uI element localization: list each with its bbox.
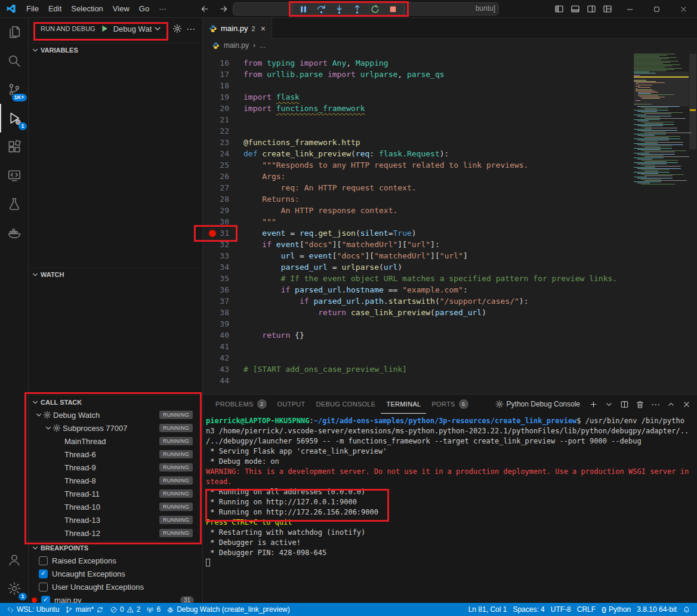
tab-main-py[interactable]: main.py 2 × <box>203 18 272 39</box>
remote-indicator[interactable]: WSL: Ubuntu <box>4 603 62 616</box>
gutter[interactable]: 39 <box>203 318 243 329</box>
close-button[interactable] <box>670 0 697 18</box>
gutter[interactable]: 21 <box>203 114 243 125</box>
activity-search[interactable] <box>0 47 29 75</box>
activity-extensions[interactable] <box>0 133 29 161</box>
tab-close-button[interactable]: × <box>261 24 266 33</box>
gutter[interactable]: 17 <box>203 69 243 80</box>
code-line[interactable]: 18 <box>203 80 697 91</box>
breakpoint-item[interactable]: Uncaught Exceptions <box>29 567 202 580</box>
panel-tab-output[interactable]: OUTPUT <box>272 395 311 414</box>
call-stack-item[interactable]: Thread-13RUNNING <box>29 513 202 526</box>
pause-button[interactable] <box>295 2 312 16</box>
code-editor[interactable]: 16from typing import Any, Mapping17from … <box>203 52 697 394</box>
breadcrumb-more[interactable]: ... <box>260 41 266 50</box>
code-line[interactable]: 29 An HTTP response context. <box>203 205 697 216</box>
code-line[interactable]: 33 url = event["docs"]["matchedUrl"]["ur… <box>203 250 697 261</box>
maximize-panel-button[interactable] <box>667 400 676 409</box>
code-line[interactable]: 19import flask <box>203 91 697 103</box>
split-terminal-button[interactable] <box>620 400 629 409</box>
eol[interactable]: CRLF <box>574 603 599 616</box>
menu-file[interactable]: File <box>21 2 44 16</box>
call-stack-item[interactable]: Debug WatchRUNNING <box>29 408 202 421</box>
maximize-button[interactable] <box>643 0 670 18</box>
gutter[interactable]: 41 <box>203 341 243 352</box>
code-line[interactable]: 30 """ <box>203 216 697 227</box>
gutter[interactable]: 42 <box>203 352 243 364</box>
code-line[interactable]: 28 Returns: <box>203 193 697 205</box>
call-stack-section-header[interactable]: CALL STACK <box>29 395 202 408</box>
forwarded-ports[interactable]: 6 <box>143 603 164 616</box>
breadcrumb-file[interactable]: main.py <box>224 41 249 50</box>
minimize-button[interactable] <box>616 0 643 18</box>
panel-tab-terminal[interactable]: TERMINAL <box>381 395 426 414</box>
code-line[interactable]: 37 if parsed_url.path.startswith("/suppo… <box>203 295 697 307</box>
terminal-output[interactable]: pierrick@LAPTOP-HKU5PNNG:~/git/add-ons-s… <box>206 416 692 600</box>
breakpoint-item[interactable]: User Uncaught Exceptions <box>29 580 202 593</box>
terminal-dropdown-button[interactable] <box>605 400 613 409</box>
code-line[interactable]: 41 <box>203 341 697 352</box>
activity-settings[interactable]: 1 <box>0 574 29 603</box>
code-line[interactable]: 42 <box>203 352 697 364</box>
code-line[interactable]: 44 <box>203 375 697 386</box>
gutter[interactable]: 16 <box>203 57 243 69</box>
menu-view[interactable]: View <box>108 2 134 16</box>
gutter[interactable]: 38 <box>203 307 243 318</box>
activity-accounts[interactable] <box>0 546 29 574</box>
activity-source-control[interactable]: 1K+ <box>0 75 29 104</box>
terminal-process-selector[interactable]: Python Debug Console <box>495 400 580 408</box>
start-debug-button[interactable] <box>100 24 109 33</box>
gutter[interactable]: 31 <box>203 227 243 239</box>
gutter[interactable]: 25 <box>203 159 243 171</box>
back-icon[interactable] <box>200 4 209 14</box>
code-line[interactable]: 22 <box>203 125 697 137</box>
activity-run-and-debug[interactable]: 1 <box>0 104 29 133</box>
editor-scrollbar[interactable] <box>689 52 697 394</box>
code-line[interactable]: 36 if parsed_url.hostname == "example.co… <box>203 284 697 295</box>
kill-terminal-button[interactable] <box>636 400 644 409</box>
cursor-position[interactable]: Ln 81, Col 1 <box>465 603 510 616</box>
menubar-more[interactable]: ··· <box>154 2 171 16</box>
scrollbar-thumb[interactable] <box>689 54 696 149</box>
menu-go[interactable]: Go <box>134 2 154 16</box>
breakpoint-item[interactable]: Raised Exceptions <box>29 554 202 567</box>
code-line[interactable]: 26 Args: <box>203 171 697 182</box>
gutter[interactable]: 37 <box>203 295 243 307</box>
call-stack-item[interactable]: MainThreadRUNNING <box>29 435 202 448</box>
code-line[interactable]: 35 # If the event object URL matches a s… <box>203 273 697 284</box>
restart-button[interactable] <box>366 2 384 16</box>
gutter[interactable]: 22 <box>203 125 243 137</box>
panel-tab-problems[interactable]: PROBLEMS2 <box>210 395 272 414</box>
menu-selection[interactable]: Selection <box>66 2 107 16</box>
code-line[interactable]: 17from urllib.parse import urlparse, par… <box>203 69 697 80</box>
code-line[interactable]: 31 event = req.get_json(silent=True) <box>203 227 697 239</box>
git-branch[interactable]: main* <box>62 603 107 616</box>
gutter[interactable]: 30 <box>203 216 243 227</box>
watch-section-header[interactable]: WATCH <box>29 267 202 281</box>
code-line[interactable]: 39 <box>203 318 697 329</box>
views-more-icon[interactable]: ⋯ <box>186 24 195 33</box>
debug-session[interactable]: Debug Watch (create_link_preview) <box>164 603 293 616</box>
menu-edit[interactable]: Edit <box>44 2 66 16</box>
breakpoint-checkbox[interactable] <box>39 583 48 592</box>
gutter[interactable]: 19 <box>203 91 243 103</box>
python-interpreter[interactable]: 3.8.10 64-bit <box>634 603 680 616</box>
gutter[interactable]: 40 <box>203 329 243 341</box>
toggle-panel-button[interactable] <box>570 4 580 14</box>
toggle-primary-sidebar-button[interactable] <box>554 4 564 14</box>
call-stack-item[interactable]: Thread-12RUNNING <box>29 526 202 540</box>
breadcrumb[interactable]: main.py › ... <box>203 39 697 52</box>
breakpoint-checkbox[interactable] <box>39 556 48 565</box>
gutter[interactable]: 18 <box>203 80 243 91</box>
activity-explorer[interactable] <box>0 18 29 47</box>
call-stack-item[interactable]: Thread-9RUNNING <box>29 461 202 474</box>
toggle-secondary-sidebar-button[interactable] <box>587 4 596 14</box>
step-over-button[interactable] <box>313 2 330 16</box>
close-panel-button[interactable] <box>682 400 691 409</box>
call-stack-item[interactable]: Subprocess 77007RUNNING <box>29 421 202 435</box>
debug-gear-icon[interactable] <box>172 24 182 33</box>
gutter[interactable]: 26 <box>203 171 243 182</box>
code-line[interactable]: 43# [START add_ons_case_preview_link] <box>203 364 697 375</box>
gutter[interactable]: 33 <box>203 250 243 261</box>
panel-tab-ports[interactable]: PORTS6 <box>426 395 473 414</box>
